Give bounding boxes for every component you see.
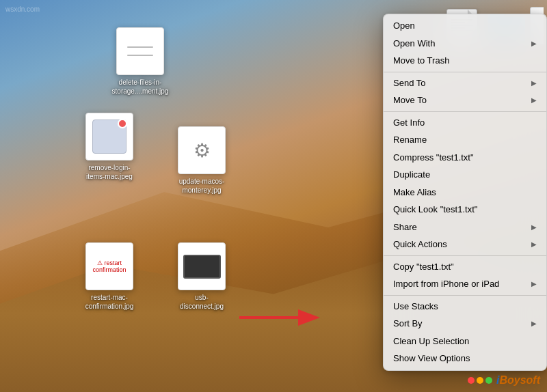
submenu-arrow: ▶ [531,279,537,289]
icon-label: update-macos-monterey.jpg [179,177,225,195]
separator-1 [384,72,546,72]
watermark: iBoysoft [468,374,540,387]
menu-item-rename[interactable]: Rename [384,131,546,149]
desktop-icon-delete-files[interactable]: delete-files-in-storage....ment.jpg [106,27,174,96]
desktop-icon-restart-mac[interactable]: ⚠ restartconfirmation restart-mac-confir… [75,242,144,311]
desktop-icon-update-macos[interactable]: ⚙ update-macos-monterey.jpg [168,126,236,195]
menu-item-open[interactable]: Open [384,17,546,35]
menu-item-compress[interactable]: Compress "test1.txt" [384,149,546,167]
menu-item-import-iphone[interactable]: Import from iPhone or iPad ▶ [384,275,546,293]
submenu-arrow: ▶ [531,318,537,328]
menu-item-open-with[interactable]: Open With ▶ [384,35,546,53]
menu-item-get-info[interactable]: Get Info [384,114,546,132]
desktop-icon-usb-disconnect[interactable]: usb-disconnect.jpg [168,242,236,311]
desktop: delete-files-in-storage....ment.jpg remo… [0,0,547,392]
icon-thumbnail [85,113,133,160]
menu-item-clean-up-selection[interactable]: Clean Up Selection [384,333,546,350]
icon-label: usb-disconnect.jpg [180,293,224,311]
menu-item-move-to[interactable]: Move To ▶ [384,92,546,109]
dot-yellow [477,377,483,384]
menu-item-quick-look[interactable]: Quick Look "test1.txt" [384,201,546,219]
menu-item-make-alias[interactable]: Make Alias [384,184,546,201]
separator-4 [384,295,546,296]
icon-thumbnail: ⚙ [178,126,226,174]
submenu-arrow: ▶ [531,38,537,48]
icon-label: restart-mac-confirmation.jpg [85,293,134,311]
menu-item-send-to[interactable]: Send To ▶ [384,74,546,92]
watermark-dots [468,377,492,384]
watermark-boysoft: Boysoft [499,374,540,386]
submenu-arrow: ▶ [531,95,537,105]
menu-item-move-to-trash[interactable]: Move to Trash [384,52,546,70]
icon-thumbnail [178,242,226,290]
submenu-arrow: ▶ [531,222,537,232]
dot-green [485,377,492,384]
menu-item-sort-by[interactable]: Sort By ▶ [384,315,546,333]
submenu-arrow: ▶ [531,78,537,88]
separator-3 [384,255,546,256]
icon-label: delete-files-in-storage....ment.jpg [112,78,169,96]
separator-2 [384,111,546,112]
submenu-arrow: ▶ [531,239,537,249]
wsxdn-watermark: wsxdn.com [5,5,40,13]
watermark-text: iBoysoft [496,374,540,387]
context-menu: Open Open With ▶ Move to Trash Send To ▶… [383,14,547,371]
icon-label: remove-login-items-mac.jpeg [86,163,133,181]
menu-item-quick-actions[interactable]: Quick Actions ▶ [384,236,546,253]
dot-red [468,377,475,384]
menu-item-show-view-options[interactable]: Show View Options [384,350,546,367]
menu-item-duplicate[interactable]: Duplicate [384,166,546,184]
icon-thumbnail: ⚠ restartconfirmation [85,242,133,290]
menu-item-use-stacks[interactable]: Use Stacks [384,298,546,316]
menu-item-copy[interactable]: Copy "test1.txt" [384,258,546,276]
desktop-icon-remove-login[interactable]: remove-login-items-mac.jpeg [75,113,144,181]
menu-item-share[interactable]: Share ▶ [384,219,546,236]
icon-thumbnail [116,27,164,75]
red-arrow-annotation [232,304,335,334]
